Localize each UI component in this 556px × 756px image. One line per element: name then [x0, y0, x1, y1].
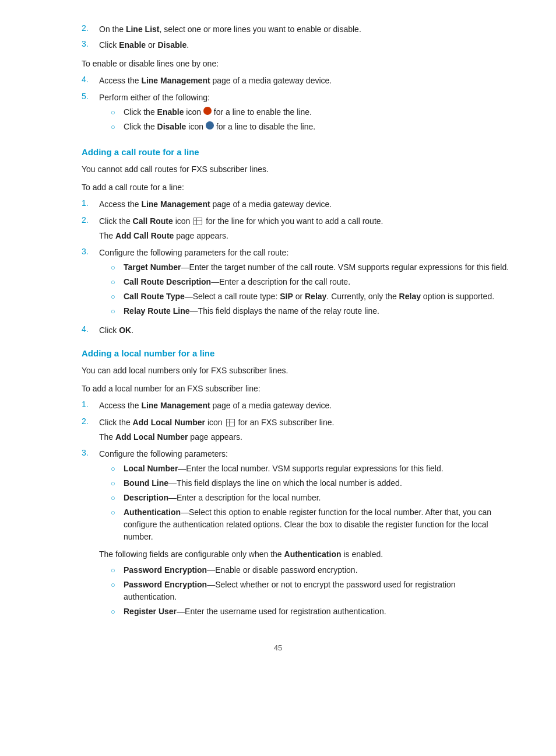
step-num: 3. [82, 448, 99, 457]
paragraph: To enable or disable lines one by one: [82, 57, 509, 70]
sub-text: Click the Disable icon for a line to dis… [124, 121, 509, 133]
step-num: 1. [82, 400, 99, 409]
bold-text: Local Number [124, 464, 178, 473]
step-text: On the Line List, select one or more lin… [99, 23, 509, 36]
bold-text: Register User [124, 607, 177, 616]
step-text: Configure the following parameters: ○ Lo… [99, 448, 509, 620]
sub-text: Click the Enable icon for a line to enab… [124, 106, 509, 118]
bold-text: Line Management [141, 76, 210, 85]
bullet: ○ [111, 305, 124, 317]
step-num: 4. [82, 324, 99, 334]
page-number: 45 [47, 643, 509, 652]
bullet: ○ [111, 606, 124, 618]
sub-item: ○ Register User—Enter the username used … [111, 606, 509, 618]
sub-text: Register User—Enter the username used fo… [124, 606, 509, 618]
sub-para: The Add Local Number page appears. [99, 431, 509, 443]
list-item: 2. Click the Add Local Number icon for a… [82, 416, 509, 443]
bold-text: Target Number [124, 262, 181, 272]
bullet: ○ [111, 261, 124, 274]
step-num: 3. [82, 247, 99, 256]
bullet: ○ [111, 477, 124, 489]
bold-text: SIP [280, 292, 293, 301]
bold-text: Line Management [141, 401, 210, 410]
sub-text: Password Encryption—Enable or disable pa… [124, 564, 509, 576]
bullet: ○ [111, 290, 124, 303]
section-heading-call-route: Adding a call route for a line [82, 147, 509, 157]
sub-text: Relay Route Line—This field displays the… [124, 305, 509, 317]
sub-text: Target Number—Enter the target number of… [124, 261, 509, 274]
list-item: 2. On the Line List, select one or more … [82, 23, 509, 36]
step-num: 5. [82, 92, 99, 101]
bold-text: Call Route Description [124, 277, 211, 286]
sub-item: ○ Click the Enable icon for a line to en… [111, 106, 509, 118]
sub-text: Local Number—Enter the local number. VSM… [124, 463, 509, 475]
page: 2. On the Line List, select one or more … [0, 0, 556, 756]
bold-text: Relay [399, 292, 421, 301]
bold-text: Line Management [141, 200, 210, 209]
sub-text: Call Route Type—Select a call route type… [124, 290, 509, 303]
bullet: ○ [111, 121, 124, 133]
step-text: Perform either of the following: ○ Click… [99, 92, 509, 135]
bullet: ○ [111, 463, 124, 475]
enable-icon [203, 107, 212, 115]
step-text: Click the Add Local Number icon for an F… [99, 416, 509, 443]
sub-text: Authentication—Select this option to ena… [124, 506, 509, 543]
bold-text: Call Route Type [124, 292, 185, 301]
list-item: 2. Click the Call Route icon for the lin… [82, 215, 509, 242]
list-item: 3. Click Enable or Disable. [82, 39, 509, 51]
bold-text: Enable [119, 40, 146, 50]
bullet: ○ [111, 492, 124, 504]
bold-text: Password Encryption [124, 580, 207, 589]
step-num: 2. [82, 215, 99, 225]
section-heading-local-number: Adding a local number for a line [82, 348, 509, 358]
sub-item: ○ Local Number—Enter the local number. V… [111, 463, 509, 475]
content-area: 2. On the Line List, select one or more … [82, 23, 509, 620]
paragraph: To add a call route for a line: [82, 181, 509, 194]
bold-text: Relay [305, 292, 326, 301]
bold-text: Enable [157, 107, 184, 117]
bold-text: Relay Route Line [124, 306, 190, 316]
sub-item: ○ Bound Line—This field displays the lin… [111, 477, 509, 489]
step-text: Configure the following parameters for t… [99, 247, 509, 320]
bold-text: Call Route [133, 216, 173, 226]
paragraph: You can add local numbers only for FXS s… [82, 364, 509, 377]
step-num: 2. [82, 416, 99, 426]
list-item: 4. Access the Line Management page of a … [82, 75, 509, 87]
bold-text: Line List [126, 24, 160, 34]
list-item: 4. Click OK. [82, 324, 509, 337]
bold-text: Authentication [284, 550, 342, 559]
bold-text: Bound Line [124, 478, 168, 488]
step-num: 4. [82, 75, 99, 84]
bold-text: Password Encryption [124, 565, 207, 575]
sub-item: ○ Click the Disable icon for a line to d… [111, 121, 509, 133]
step-text: Click OK. [99, 324, 509, 337]
add-local-number-icon [226, 419, 235, 426]
bold-text: Add Local Number [115, 432, 188, 442]
bold-text: Description [124, 493, 168, 502]
step-num: 3. [82, 39, 99, 48]
sub-para: The Add Call Route page appears. [99, 230, 509, 242]
call-route-icon [193, 218, 202, 225]
sub-text: Bound Line—This field displays the line … [124, 477, 509, 489]
step-text: Click Enable or Disable. [99, 39, 509, 51]
paragraph: You cannot add call routes for FXS subsc… [82, 163, 509, 176]
bullet: ○ [111, 506, 124, 519]
list-item: 1. Access the Line Management page of a … [82, 400, 509, 412]
bullet: ○ [111, 564, 124, 576]
bold-text: Disable [157, 40, 186, 50]
sub-item: ○ Relay Route Line—This field displays t… [111, 305, 509, 317]
sub-item: ○ Password Encryption—Select whether or … [111, 579, 509, 603]
step-text: Click the Call Route icon for the line f… [99, 215, 509, 242]
sub-item: ○ Authentication—Select this option to e… [111, 506, 509, 543]
step-num: 2. [82, 23, 99, 33]
sub-list: ○ Target Number—Enter the target number … [111, 261, 509, 317]
paragraph: To add a local number for an FXS subscri… [82, 382, 509, 395]
sub-item: ○ Password Encryption—Enable or disable … [111, 564, 509, 576]
bold-text: Authentication [124, 508, 181, 517]
sub-text: Call Route Description—Enter a descripti… [124, 276, 509, 288]
list-item: 3. Configure the following parameters: ○… [82, 448, 509, 620]
step-text: Access the Line Management page of a med… [99, 198, 509, 211]
sub-item: ○ Target Number—Enter the target number … [111, 261, 509, 274]
sub-item: ○ Call Route Type—Select a call route ty… [111, 290, 509, 303]
bullet: ○ [111, 106, 124, 118]
